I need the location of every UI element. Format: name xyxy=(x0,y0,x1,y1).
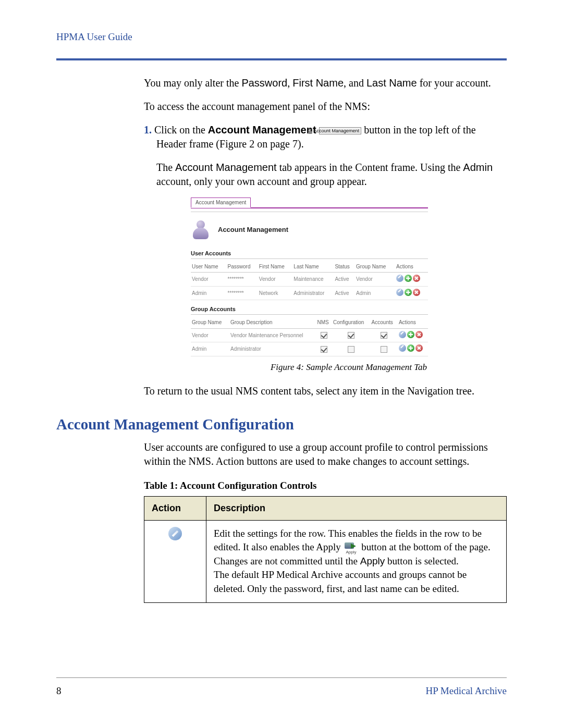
col-actions: Actions xyxy=(398,317,428,328)
page-number: 8 xyxy=(56,685,62,697)
cell: Admin xyxy=(191,286,227,300)
cell: Active xyxy=(334,273,355,287)
figure-4: Account Management Account Management Us… xyxy=(191,198,507,374)
section-body: User accounts are configured to use a gr… xyxy=(144,440,507,468)
text: You may only alter the xyxy=(144,77,241,89)
col-lastname: Last Name xyxy=(292,261,334,273)
delete-icon xyxy=(413,275,420,282)
cell: Vendor Maintenance Personnel xyxy=(229,328,316,342)
actions-cell xyxy=(398,342,428,356)
checkbox-icon xyxy=(381,346,387,353)
col-config: Configuration xyxy=(332,317,371,328)
text: account, only your own account and group… xyxy=(156,176,367,187)
text: for your account. xyxy=(417,77,491,89)
user-accounts-heading: User Accounts xyxy=(191,250,428,259)
admin-label: Admin xyxy=(463,162,493,173)
cell xyxy=(371,328,398,342)
cell: Admin xyxy=(191,342,229,356)
cell: Vendor xyxy=(191,328,229,342)
step-number: 1. xyxy=(144,124,152,135)
lastname-label: Last Name xyxy=(366,77,417,89)
col-groupname: Group Name xyxy=(191,317,229,328)
cell: Vendor xyxy=(355,273,395,287)
col-firstname: First Name xyxy=(258,261,293,273)
col-groupname: Group Name xyxy=(355,261,395,273)
text: , xyxy=(287,77,292,89)
user-icon xyxy=(191,219,211,240)
group-accounts-heading: Group Accounts xyxy=(191,305,428,315)
cell xyxy=(332,328,371,342)
col-groupdesc: Group Description xyxy=(229,317,316,328)
cell: Active xyxy=(334,286,355,300)
table-row: Edit the settings for the row. This enab… xyxy=(144,520,507,602)
col-accounts: Accounts xyxy=(371,317,398,328)
add-icon xyxy=(405,275,412,282)
text: The xyxy=(156,162,175,173)
col-actions: Actions xyxy=(395,261,428,273)
panel-title: Account Management xyxy=(218,225,288,235)
delete-icon xyxy=(415,331,423,338)
edit-icon xyxy=(396,275,403,282)
checkbox-icon xyxy=(348,346,354,353)
firstname-label: First Name xyxy=(292,77,344,89)
text: tab appears in the Content frame. Using … xyxy=(277,162,463,173)
cell xyxy=(316,328,332,342)
password-label: Password xyxy=(241,77,287,89)
footer-rule xyxy=(56,677,507,678)
apply-word: Apply xyxy=(360,556,385,566)
cell: Maintenance xyxy=(292,273,334,287)
checkbox-icon xyxy=(348,332,354,339)
cell xyxy=(316,342,332,356)
text: , and xyxy=(344,77,366,89)
table-row: Admin ******** Network Administrator Act… xyxy=(191,286,428,300)
cell: Admin xyxy=(355,286,395,300)
text: The default HP Medical Archive accounts … xyxy=(214,569,467,594)
cell: Vendor xyxy=(191,273,227,287)
col-action: Action xyxy=(144,497,206,520)
account-management-inline-button: Account Management xyxy=(319,127,362,134)
edit-icon xyxy=(168,527,182,540)
footer-brand: HP Medical Archive xyxy=(426,685,507,697)
add-icon xyxy=(407,344,414,352)
col-nms: NMS xyxy=(316,317,332,328)
table-caption: Table 1: Account Configuration Controls xyxy=(144,479,507,492)
col-description: Description xyxy=(206,497,507,520)
col-username: User Name xyxy=(191,261,227,273)
edit-icon xyxy=(399,331,406,338)
checkbox-icon xyxy=(321,332,327,339)
edit-icon xyxy=(399,344,406,352)
checkbox-icon xyxy=(321,346,327,353)
col-status: Status xyxy=(334,261,355,273)
checkbox-icon xyxy=(381,332,387,339)
am-tab-label: Account Management xyxy=(175,162,277,173)
apply-label: Apply xyxy=(344,549,359,555)
cell: Administrator xyxy=(229,342,316,356)
user-icon xyxy=(308,129,313,134)
running-header: HPMA User Guide xyxy=(56,31,507,43)
apply-inline-icon: Apply xyxy=(344,542,359,554)
cell xyxy=(371,342,398,356)
text: button is selected. xyxy=(385,556,458,566)
cell: Administrator xyxy=(292,286,334,300)
delete-icon xyxy=(413,289,420,296)
section-heading: Account Management Configuration xyxy=(56,416,507,433)
account-management-bold: Account Management xyxy=(208,124,316,135)
cell: Vendor xyxy=(258,273,293,287)
edit-icon xyxy=(396,289,403,296)
action-cell xyxy=(144,520,206,602)
user-accounts-table: User Name Password First Name Last Name … xyxy=(191,261,428,301)
button-label: Account Management xyxy=(314,128,360,133)
actions-cell xyxy=(395,273,428,287)
group-accounts-table: Group Name Group Description NMS Configu… xyxy=(191,317,428,356)
cell xyxy=(332,342,371,356)
add-icon xyxy=(407,331,414,338)
delete-icon xyxy=(415,344,423,352)
cell: ******** xyxy=(227,286,258,300)
intro-paragraph-2: To access the account management panel o… xyxy=(144,100,507,114)
table-row: Admin Administrator xyxy=(191,342,428,356)
header-rule xyxy=(56,58,507,60)
cell: ******** xyxy=(227,273,258,287)
text: Click on the xyxy=(154,124,208,135)
after-figure-paragraph: To return to the usual NMS content tabs,… xyxy=(144,384,507,398)
intro-paragraph-1: You may only alter the Password, First N… xyxy=(144,76,507,90)
